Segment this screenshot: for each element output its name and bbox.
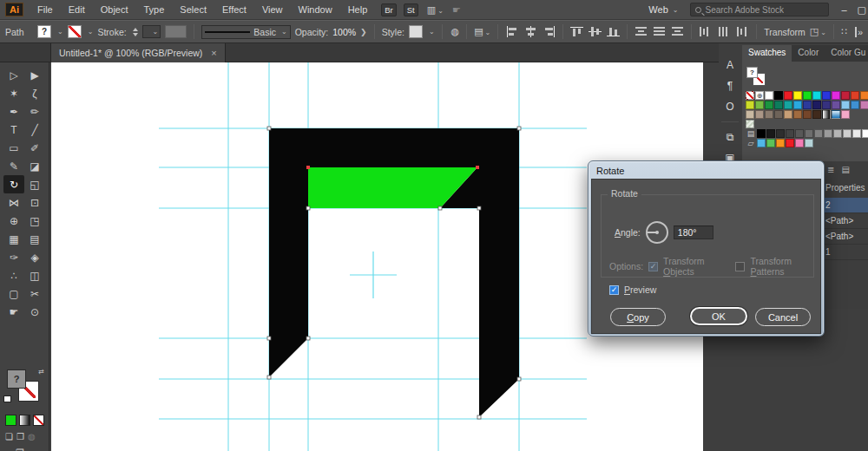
type-tool[interactable]: T xyxy=(3,121,24,139)
anchor-point[interactable] xyxy=(306,206,310,210)
eyedropper-tool[interactable]: ✑ xyxy=(3,248,24,266)
swatch-color[interactable] xyxy=(746,110,754,119)
mesh-tool[interactable]: ▦ xyxy=(3,230,24,248)
column-graph-tool[interactable]: ◫ xyxy=(24,266,45,284)
close-tab-icon[interactable]: × xyxy=(211,48,216,58)
swatch-color[interactable] xyxy=(843,129,852,138)
swatch-color[interactable] xyxy=(824,129,832,138)
swatch-color[interactable] xyxy=(774,91,783,100)
layer-row[interactable]: 2 xyxy=(820,198,868,213)
swatch-color[interactable] xyxy=(841,110,850,119)
swatch-color[interactable] xyxy=(862,129,868,138)
default-fill-stroke-icon[interactable] xyxy=(3,395,11,402)
dist-h-center-icon[interactable] xyxy=(717,26,730,37)
paintbrush-tool[interactable]: ✐ xyxy=(24,139,45,157)
swatch-color[interactable] xyxy=(832,101,840,109)
swatch-color[interactable] xyxy=(795,129,804,138)
layer-row[interactable]: 1 xyxy=(820,245,868,260)
draw-behind-mode-icon[interactable]: ❐ xyxy=(16,432,24,441)
dialog-title-bar[interactable]: Rotate xyxy=(591,163,821,179)
swatch-color[interactable] xyxy=(776,129,785,138)
align-bottom-icon[interactable] xyxy=(607,26,620,37)
menu-window[interactable]: Window xyxy=(292,3,339,16)
gradient-tool[interactable]: ▤ xyxy=(24,230,45,248)
swatch-color[interactable] xyxy=(784,101,792,109)
swatch-color[interactable] xyxy=(793,101,802,109)
stock-search[interactable]: Search Adobe Stock xyxy=(690,3,829,16)
swatch-color[interactable] xyxy=(803,110,812,119)
libraries-panel-icon[interactable]: ⧉ xyxy=(727,131,734,143)
swatch-color[interactable] xyxy=(755,110,764,119)
layer-row[interactable]: <Path> xyxy=(820,229,868,245)
character-panel-icon[interactable]: A xyxy=(727,59,733,71)
layer-row[interactable]: <Path> xyxy=(820,213,868,229)
swatch-color[interactable] xyxy=(765,110,773,119)
workspace-switcher[interactable]: Web⌄ xyxy=(648,4,678,15)
shape-black-path[interactable] xyxy=(440,167,519,417)
bridge-button[interactable]: Br xyxy=(381,3,397,16)
brush-definition-combo[interactable]: Basic ⌄ xyxy=(201,25,290,39)
fill-chevron-icon[interactable]: ⌄ xyxy=(57,28,63,36)
panel-dock-icon[interactable]: ▤ xyxy=(841,165,849,174)
copy-button[interactable]: Copy xyxy=(610,308,666,326)
dist-top-icon[interactable] xyxy=(635,26,648,37)
stroke-color-swatch[interactable] xyxy=(68,25,82,38)
swatch-color[interactable] xyxy=(793,91,802,100)
swatch-color[interactable] xyxy=(812,101,821,109)
swatch-color[interactable] xyxy=(795,139,804,147)
anchor-point[interactable] xyxy=(517,377,521,381)
swatch-color[interactable] xyxy=(805,129,813,138)
artboard-tool[interactable]: ▢ xyxy=(3,284,24,303)
workspace-layout-icon[interactable]: ▥⌄ xyxy=(427,4,444,16)
align-h-center-icon[interactable] xyxy=(524,26,537,37)
swatch-gradient[interactable] xyxy=(832,110,840,119)
graphic-style-swatch[interactable] xyxy=(409,25,423,38)
fill-proxy[interactable]: ? xyxy=(7,369,26,389)
anchor-point[interactable] xyxy=(267,337,271,340)
tab-swatches[interactable]: Swatches xyxy=(742,45,792,62)
rectangle-tool[interactable]: ▭ xyxy=(3,139,24,157)
selection-tool[interactable]: ▶ xyxy=(24,66,45,84)
panel-fill-proxy[interactable]: ? xyxy=(746,67,758,78)
swatch-color[interactable] xyxy=(774,101,783,109)
swatch-color[interactable] xyxy=(851,91,859,100)
collapse-panel-icon[interactable]: » xyxy=(855,27,863,37)
anchor-point[interactable] xyxy=(477,206,481,210)
eraser-tool[interactable]: ◪ xyxy=(24,157,45,175)
swatch-color[interactable] xyxy=(765,91,773,100)
draw-inside-mode-icon[interactable]: ◍ xyxy=(28,432,36,441)
menu-view[interactable]: View xyxy=(255,3,290,16)
stroke-weight-combo[interactable]: ⌄ xyxy=(142,25,161,38)
document-setup-icon[interactable]: ▤⌄ xyxy=(474,26,490,37)
pen-tool[interactable]: ✒ xyxy=(3,102,24,121)
swatch-color[interactable] xyxy=(812,91,821,100)
anchor-point[interactable] xyxy=(306,337,310,340)
align-left-icon[interactable] xyxy=(506,26,519,37)
stroke-weight-stepper[interactable] xyxy=(133,28,138,36)
menu-edit[interactable]: Edit xyxy=(62,3,92,16)
curvature-tool[interactable]: ✏ xyxy=(24,102,45,121)
line-segment-tool[interactable]: ╱ xyxy=(24,121,45,139)
draw-normal-mode-icon[interactable]: ❏ xyxy=(5,432,13,441)
dist-v-center-icon[interactable] xyxy=(653,26,666,37)
swatch-color[interactable] xyxy=(832,91,840,100)
swatch-color[interactable] xyxy=(757,129,766,138)
paragraph-panel-icon[interactable]: ¶ xyxy=(727,80,733,92)
dist-left-icon[interactable] xyxy=(699,26,712,37)
swatch-color[interactable] xyxy=(786,139,794,147)
swatch-color[interactable] xyxy=(793,110,802,119)
swatch-color[interactable] xyxy=(852,129,861,138)
gradient-button[interactable] xyxy=(19,415,30,426)
swatch-color[interactable] xyxy=(803,101,812,109)
swatch-color[interactable] xyxy=(814,129,823,138)
angle-input[interactable] xyxy=(674,226,713,239)
swatch-registration[interactable]: ⊕ xyxy=(755,91,764,100)
tab-color-gu[interactable]: Color Gu xyxy=(825,45,868,62)
dist-bottom-icon[interactable] xyxy=(671,26,684,37)
width-tool[interactable]: ⋈ xyxy=(3,193,24,212)
swatch-color[interactable] xyxy=(784,91,792,100)
anchor-point[interactable] xyxy=(517,127,521,130)
swatch-pattern[interactable] xyxy=(746,120,754,128)
swatch-color[interactable] xyxy=(822,91,831,100)
transform-label[interactable]: Transform xyxy=(764,27,805,37)
